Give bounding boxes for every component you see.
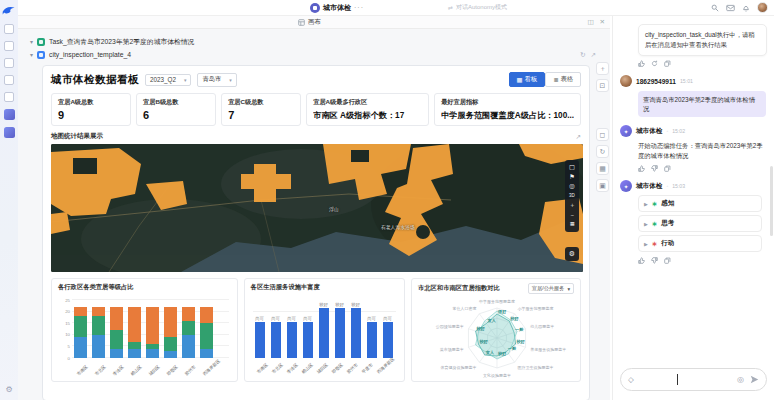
table-view-button[interactable]: ≣ 表格 — [545, 72, 581, 87]
canvas-view-icon[interactable]: ▦ — [596, 162, 609, 175]
copy-icon[interactable] — [664, 60, 671, 67]
city-value: 青岛市 — [202, 75, 221, 84]
step-think[interactable]: ▶ ∗ 思考 — [638, 215, 762, 232]
satellite-map — [51, 144, 583, 272]
step-label: 行动 — [661, 239, 674, 248]
svg-text:公园绿地覆盖率: 公园绿地覆盖率 — [436, 324, 464, 329]
board-view-button[interactable]: ▦ 看板 — [509, 72, 546, 87]
template-tree-row[interactable]: ▾ city_inspection_template_4 ↻ ↗ — [30, 48, 600, 61]
deep-think-icon[interactable]: ◎ — [737, 375, 744, 384]
stat-label: 宜居A级最多行政区 — [313, 98, 422, 107]
canvas-fit-button[interactable]: ⊡ — [596, 79, 609, 92]
template-title: city_inspection_template_4 — [49, 51, 131, 58]
chat-scrollbar[interactable] — [770, 166, 773, 236]
stat-label: 宜居C级总数 — [228, 98, 294, 107]
svg-text:较好: 较好 — [516, 339, 526, 345]
search-icon[interactable] — [711, 4, 719, 12]
thumbs-down-icon[interactable] — [651, 257, 658, 264]
simulator-icon[interactable]: ▣ — [596, 179, 609, 192]
chat-input[interactable]: ◇ ◎ — [620, 368, 767, 391]
input-actions: ◎ — [737, 375, 759, 384]
sidebar-item-knowledge-icon[interactable] — [4, 58, 14, 68]
sidebar-item-apps-icon[interactable] — [4, 92, 14, 102]
chart-title: 市北区和市南区宜居指数对比 — [418, 284, 500, 293]
pinned-app-icon-1[interactable] — [4, 109, 15, 120]
collapse-caret-icon[interactable]: ▾ — [30, 38, 33, 45]
thumbs-up-icon[interactable] — [638, 165, 645, 172]
refresh-icon[interactable]: ↻ — [596, 145, 609, 158]
copy-icon[interactable] — [664, 165, 671, 172]
user-avatar[interactable] — [757, 2, 768, 13]
stat-value: 6 — [143, 109, 209, 121]
thumbs-down-icon[interactable] — [651, 165, 658, 172]
attachment-icon[interactable]: ◇ — [628, 375, 634, 384]
stat-label: 最好宜居指标 — [441, 98, 574, 107]
step-act[interactable]: ▶ ∗ 行动 — [638, 235, 762, 252]
copy-icon[interactable] — [664, 257, 671, 264]
thumbs-up-icon[interactable] — [638, 60, 645, 67]
chevron-down-icon: ▾ — [184, 77, 187, 83]
map-canvas[interactable]: 浮山 石老人海水浴场 ▢ ⚑ ◎ 3D ＋ － ≣ ⚙ — [51, 144, 583, 272]
stat-card: 最好宜居指标 中学服务范围覆盖度A级占比：100... — [434, 93, 581, 126]
canvas-tab-bar: 画布 ◫ ✕ — [18, 16, 610, 29]
bell-icon[interactable] — [742, 4, 750, 12]
stat-value: 7 — [228, 109, 294, 121]
radar-chart-panel: 市北区和市南区宜居指数对比 宜居/公共服务 ▾ 中学服务范围覆盖度小学服务范围覆… — [411, 278, 581, 382]
flag-marker-icon[interactable]: ⚑ — [569, 174, 575, 181]
fullscreen-icon[interactable]: ▢ — [569, 164, 575, 171]
user-avatar — [620, 75, 632, 87]
task-tree-row[interactable]: ▾ Task_查询青岛市2023年第2季度的城市体检情况 — [30, 35, 600, 48]
mode-switch[interactable]: ⇄ 对话Autonomy模式 — [448, 3, 507, 12]
svg-text:小学服务范围覆盖度: 小学服务范围覆盖度 — [518, 306, 554, 312]
stat-label: 宜居B级总数 — [143, 98, 209, 107]
map-expand-icon[interactable]: ↗ — [576, 133, 581, 141]
map-section-title: 地图统计结果展示 — [51, 132, 103, 141]
layers-icon[interactable]: ≣ — [569, 221, 574, 228]
canvas-icon — [298, 19, 305, 26]
bot-badge-icon: ◦ — [666, 128, 668, 134]
expand-icon[interactable]: ↗ — [591, 51, 596, 59]
tab-canvas[interactable]: 画布 — [298, 18, 321, 27]
refresh-icon[interactable]: ↻ — [580, 51, 585, 59]
map-settings-icon[interactable]: ⚙ — [565, 247, 579, 261]
settings-gear-icon[interactable]: ⚙ — [5, 385, 12, 394]
map-place-label: 浮山 — [329, 206, 339, 212]
mail-icon[interactable] — [726, 4, 735, 12]
agent-steps: ▶ ∗ 感知 ▶ ∗ 思考 ▶ ∗ 行动 — [620, 195, 767, 252]
sparkle-icon: ∗ — [652, 240, 657, 248]
city-select[interactable]: 青岛市 ▾ — [197, 73, 236, 87]
more-menu-icon[interactable]: ··· — [354, 4, 364, 11]
message-time: 15:01 — [680, 78, 693, 84]
pinned-app-icon-2[interactable] — [4, 127, 15, 138]
locate-icon[interactable]: ◎ — [569, 183, 574, 190]
zoom-out-icon[interactable]: － — [569, 212, 575, 219]
bot-avatar-icon: ✦ — [620, 125, 632, 137]
canvas-zoom-in-button[interactable]: ＋ — [596, 62, 609, 75]
chat-history-icon[interactable]: ◻ — [596, 128, 609, 141]
bot-avatar-icon: ✦ — [620, 180, 632, 192]
bar-chart-panel: 各区生活服务设施丰富度 尚可尚可尚可尚可较好较好较好尚可尚可 市南区市北区李沧区… — [244, 278, 405, 382]
stat-value: 市南区 A级指标个数：17 — [313, 110, 422, 121]
sidebar-item-agents-icon[interactable] — [4, 41, 14, 51]
sidebar-item-home-icon[interactable] — [4, 24, 14, 34]
thumbs-up-icon[interactable] — [638, 257, 645, 264]
radar-filter-select[interactable]: 宜居/公共服务 ▾ — [528, 283, 574, 294]
step-perceive[interactable]: ▶ ∗ 感知 — [638, 195, 762, 212]
send-icon[interactable] — [750, 375, 759, 384]
chat-panel: city_inspection_task_dual执行中，请稍后在消息通知中查看… — [612, 16, 774, 400]
stat-value: 中学服务范围覆盖度A级占比：100... — [441, 110, 574, 121]
period-select[interactable]: 2023_Q2 ▾ — [145, 74, 191, 86]
expand-caret-icon: ▶ — [644, 241, 648, 247]
expand-caret-icon: ▶ — [644, 221, 648, 227]
zoom-in-icon[interactable]: ＋ — [569, 202, 575, 209]
3d-toggle-icon[interactable]: 3D — [569, 193, 575, 200]
split-view-icon[interactable]: ◫ — [587, 18, 593, 26]
map-place-label: 石老人海水浴场 — [381, 224, 415, 230]
view-toggle: ▦ 看板 ≣ 表格 — [509, 72, 581, 87]
collapse-caret-icon[interactable]: ▾ — [30, 51, 33, 58]
canvas-area: ▾ Task_查询青岛市2023年第2季度的城市体检情况 ▾ city_insp… — [18, 29, 610, 400]
stat-card: 宜居A级最多行政区 市南区 A级指标个数：17 — [306, 93, 429, 126]
sidebar-item-people-icon[interactable] — [4, 75, 14, 85]
regenerate-icon[interactable] — [651, 60, 658, 67]
close-tab-icon[interactable]: ✕ — [600, 18, 605, 26]
